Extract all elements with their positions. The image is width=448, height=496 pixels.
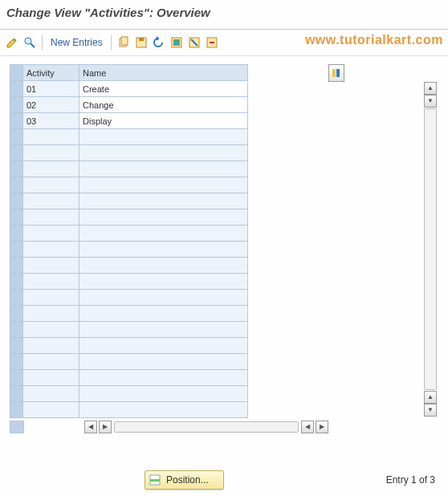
table-row[interactable]	[10, 290, 248, 306]
cell-activity[interactable]	[23, 322, 79, 338]
row-selector[interactable]	[10, 274, 23, 290]
table-row[interactable]: 03Display	[10, 113, 248, 129]
cell-name[interactable]	[79, 209, 248, 226]
vertical-scrollbar[interactable]: ▲ ▼ ▲ ▼	[424, 82, 437, 417]
row-selector[interactable]	[10, 209, 23, 226]
copy-icon[interactable]	[116, 35, 131, 50]
table-row[interactable]	[10, 177, 248, 193]
col-header-activity[interactable]: Activity	[23, 65, 79, 81]
table-row[interactable]	[10, 193, 248, 209]
row-selector[interactable]	[10, 306, 23, 322]
scroll-right-icon[interactable]: ▶	[316, 421, 328, 433]
cell-name[interactable]	[79, 242, 248, 258]
row-selector[interactable]	[10, 338, 23, 354]
row-selector[interactable]	[10, 97, 23, 113]
row-selector[interactable]	[10, 161, 23, 177]
scroll-track[interactable]	[114, 421, 299, 433]
cell-name[interactable]	[79, 161, 248, 177]
toggle-change-icon[interactable]	[5, 35, 19, 50]
cell-name[interactable]	[79, 258, 248, 274]
cell-name[interactable]: Create	[79, 81, 248, 97]
other-view-icon[interactable]	[22, 35, 37, 50]
cell-activity[interactable]	[23, 129, 79, 145]
deselect-all-icon[interactable]	[187, 35, 202, 50]
cell-name[interactable]	[79, 306, 248, 322]
table-row[interactable]	[10, 386, 248, 402]
cell-name[interactable]	[79, 402, 248, 418]
cell-activity[interactable]: 02	[23, 97, 79, 113]
cell-activity[interactable]	[23, 354, 79, 370]
row-selector[interactable]	[10, 193, 23, 209]
table-row[interactable]	[10, 354, 248, 370]
cell-activity[interactable]	[23, 145, 79, 161]
row-selector[interactable]	[10, 386, 23, 402]
table-row[interactable]	[10, 402, 248, 418]
cell-name[interactable]	[79, 145, 248, 161]
table-row[interactable]	[10, 129, 248, 145]
scroll-down-icon[interactable]: ▼	[424, 404, 437, 417]
row-selector[interactable]	[10, 226, 23, 242]
cell-activity[interactable]	[23, 306, 79, 322]
row-selector[interactable]	[10, 322, 23, 338]
new-entries-button[interactable]: New Entries	[47, 37, 106, 48]
cell-activity[interactable]	[23, 402, 79, 418]
table-row[interactable]	[10, 274, 248, 290]
table-row[interactable]	[10, 306, 248, 322]
scroll-right-icon[interactable]: ▶	[99, 421, 112, 433]
table-row[interactable]	[10, 322, 248, 338]
cell-name[interactable]	[79, 338, 248, 354]
row-selector-header[interactable]	[10, 65, 23, 81]
table-row[interactable]: 02Change	[10, 97, 248, 113]
cell-activity[interactable]	[23, 274, 79, 290]
cell-name[interactable]	[79, 322, 248, 338]
cell-name[interactable]	[79, 274, 248, 290]
cell-activity[interactable]	[23, 177, 79, 193]
cell-activity[interactable]	[23, 161, 79, 177]
scroll-up-icon[interactable]: ▲	[424, 391, 437, 404]
cell-activity[interactable]	[23, 193, 79, 209]
row-selector[interactable]	[10, 81, 23, 97]
cell-activity[interactable]	[23, 242, 79, 258]
table-row[interactable]	[10, 370, 248, 386]
scroll-left-icon[interactable]: ◀	[84, 421, 97, 433]
column-config-icon[interactable]	[328, 64, 344, 82]
row-selector[interactable]	[10, 113, 23, 129]
cell-name[interactable]	[79, 226, 248, 242]
row-selector[interactable]	[10, 145, 23, 161]
scroll-track[interactable]	[424, 108, 437, 390]
cell-name[interactable]	[79, 129, 248, 145]
cell-activity[interactable]	[23, 226, 79, 242]
row-selector[interactable]	[10, 177, 23, 193]
cell-activity[interactable]	[23, 338, 79, 354]
row-selector[interactable]	[10, 402, 23, 418]
table-row[interactable]	[10, 226, 248, 242]
cell-activity[interactable]	[23, 290, 79, 306]
cell-name[interactable]	[79, 386, 248, 402]
scroll-down-icon[interactable]: ▼	[424, 95, 437, 108]
cell-name[interactable]	[79, 370, 248, 386]
cell-name[interactable]	[79, 193, 248, 209]
row-selector[interactable]	[10, 354, 23, 370]
save-icon[interactable]	[134, 35, 149, 50]
cell-name[interactable]	[79, 177, 248, 193]
scroll-up-icon[interactable]: ▲	[424, 82, 437, 95]
cell-name[interactable]: Display	[79, 113, 248, 129]
cell-name[interactable]: Change	[79, 97, 248, 113]
cell-activity[interactable]	[23, 209, 79, 226]
row-selector[interactable]	[10, 370, 23, 386]
horizontal-scrollbar[interactable]: ◀ ▶ ◀ ▶	[10, 420, 329, 434]
row-selector[interactable]	[10, 290, 23, 306]
table-row[interactable]	[10, 242, 248, 258]
table-row[interactable]	[10, 258, 248, 274]
delete-icon[interactable]	[205, 35, 219, 50]
select-all-icon[interactable]	[169, 35, 184, 50]
table-row[interactable]	[10, 145, 248, 161]
cell-name[interactable]	[79, 354, 248, 370]
scroll-left-icon[interactable]: ◀	[301, 421, 314, 433]
cell-name[interactable]	[79, 290, 248, 306]
cell-activity[interactable]: 01	[23, 81, 79, 97]
row-selector[interactable]	[10, 258, 23, 274]
row-selector[interactable]	[10, 242, 23, 258]
table-row[interactable]	[10, 338, 248, 354]
table-row[interactable]	[10, 161, 248, 177]
